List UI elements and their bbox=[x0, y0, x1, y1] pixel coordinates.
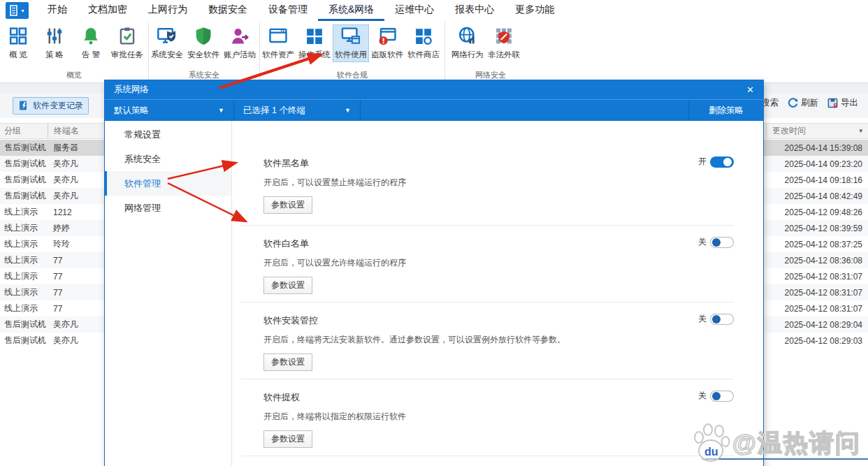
software-usage-icon bbox=[340, 26, 361, 46]
whitelist-toggle[interactable] bbox=[710, 237, 734, 248]
section-software-blacklist: 软件黑名单 开启后，可以设置禁止终端运行的程序 参数设置 开 bbox=[241, 145, 734, 226]
refresh-button[interactable]: 刷新 bbox=[788, 97, 818, 109]
ribbon-group-label: 概览 bbox=[0, 70, 148, 80]
section-piracy-detection: 盗版检测 开启后，可以检测终端的盗版软件及盗版Windows系统信息 关 bbox=[241, 456, 734, 466]
toggle-state-label: 开 bbox=[698, 156, 707, 168]
ribbon-group-system-security: 系统安全 安全软件 账户活动 系统安全 bbox=[149, 21, 260, 82]
section-title: 软件黑名单 bbox=[263, 157, 734, 170]
overview-grid-icon bbox=[8, 26, 29, 46]
chevron-down-icon: ▼ bbox=[218, 107, 224, 114]
tab-web-behavior[interactable]: 上网行为 bbox=[138, 0, 198, 21]
ribbon-item-alerts[interactable]: 告 警 bbox=[73, 24, 109, 62]
chevron-down-icon: ▼ bbox=[345, 107, 351, 114]
dialog-title: 系统网络 bbox=[114, 84, 149, 96]
refresh-icon bbox=[788, 98, 798, 108]
tab-device-management[interactable]: 设备管理 bbox=[258, 0, 318, 21]
system-network-dialog: 系统网络 ✕ 默认策略▼ 已选择 1 个终端▼ 删除策略 常规设置 系统安全 软… bbox=[105, 80, 763, 466]
section-title: 软件提权 bbox=[263, 391, 734, 404]
column-header-modified-time[interactable]: 更改时间▾ bbox=[766, 124, 868, 138]
tab-data-security[interactable]: 数据安全 bbox=[198, 0, 258, 21]
ribbon-group-label: 软件合规 bbox=[260, 70, 444, 80]
param-settings-button[interactable]: 参数设置 bbox=[263, 196, 312, 214]
globe-chart-icon bbox=[457, 26, 478, 46]
pirated-software-icon bbox=[377, 26, 398, 46]
ribbon-tab-bar: ▾ 开始 文档加密 上网行为 数据安全 设备管理 系统&网络 运维中心 报表中心… bbox=[0, 0, 868, 22]
ribbon-toolbar: 概 览 策 略 告 警 审批任务 概览 bbox=[0, 21, 868, 83]
ribbon-item-security-software[interactable]: 安全软件 bbox=[185, 24, 222, 62]
section-description: 开启后，可以设置允许终端运行的程序 bbox=[263, 257, 734, 269]
dialog-title-bar[interactable]: 系统网络 ✕ bbox=[105, 80, 763, 99]
tab-more-functions[interactable]: 更多功能 bbox=[505, 0, 565, 21]
app-menu-button[interactable]: ▾ bbox=[6, 2, 29, 19]
section-software-whitelist: 软件白名单 开启后，可以设置允许终端运行的程序 参数设置 关 bbox=[241, 226, 734, 303]
monitor-shield-icon bbox=[157, 26, 178, 46]
table-tools: 搜索 刷新 导出 bbox=[748, 97, 858, 109]
dialog-content: 软件黑名单 开启后，可以设置禁止终端运行的程序 参数设置 开 软件白名单 开启后… bbox=[232, 121, 763, 466]
window-bottom-edge bbox=[702, 458, 868, 460]
section-title: 软件白名单 bbox=[263, 238, 734, 250]
param-settings-button[interactable]: 参数设置 bbox=[263, 354, 312, 371]
dialog-sidebar: 常规设置 系统安全 软件管理 网络管理 bbox=[105, 121, 232, 466]
section-description: 开启后，终端将以指定的权限运行软件 bbox=[263, 411, 734, 423]
dialog-toolbar: 默认策略▼ 已选择 1 个终端▼ 删除策略 bbox=[105, 99, 763, 121]
section-description: 开启后，可以设置禁止终端运行的程序 bbox=[263, 177, 734, 189]
column-header-group[interactable]: 分组 bbox=[0, 125, 48, 137]
toggle-state-label: 关 bbox=[698, 390, 707, 402]
ribbon-item-pirated-software[interactable]: 盗版软件 bbox=[369, 24, 405, 62]
software-store-icon bbox=[413, 26, 434, 46]
section-install-control: 软件安装管控 开启后，终端将无法安装新软件。通过参数设置，可以设置例外放行软件等… bbox=[241, 303, 734, 379]
policy-dropdown[interactable]: 默认策略▼ bbox=[105, 100, 234, 121]
green-shield-icon bbox=[193, 26, 214, 46]
ribbon-group-software-compliance: 软件资产 操作系统 软件使用 盗版软件 软件商店 bbox=[260, 21, 445, 82]
delete-policy-button[interactable]: 删除策略 bbox=[688, 100, 763, 121]
column-header-terminal[interactable]: 终端名 bbox=[48, 124, 108, 138]
install-control-toggle[interactable] bbox=[710, 314, 734, 325]
ribbon-item-network-behavior[interactable]: 网络行为 bbox=[449, 24, 486, 62]
nav-item-system-security[interactable]: 系统安全 bbox=[105, 147, 231, 171]
ribbon-group-overview: 概 览 策 略 告 警 审批任务 概览 bbox=[0, 21, 149, 82]
os-squares-icon bbox=[304, 26, 325, 46]
ribbon-item-system-security[interactable]: 系统安全 bbox=[149, 24, 185, 62]
section-title: 软件安装管控 bbox=[263, 314, 734, 327]
nav-item-network-management[interactable]: 网络管理 bbox=[105, 196, 231, 220]
app-menu-caret-icon: ▾ bbox=[21, 8, 24, 14]
param-settings-button[interactable]: 参数设置 bbox=[263, 277, 312, 294]
nav-item-general-settings[interactable]: 常规设置 bbox=[105, 122, 231, 147]
policy-sliders-icon bbox=[44, 26, 65, 46]
change-log-icon bbox=[18, 100, 29, 111]
ribbon-item-software-asset[interactable]: 软件资产 bbox=[260, 24, 296, 62]
ribbon-item-operating-system[interactable]: 操作系统 bbox=[296, 24, 333, 62]
approval-clipboard-icon bbox=[117, 26, 138, 46]
export-button[interactable]: 导出 bbox=[827, 97, 858, 109]
ribbon-group-network-security: 网络行为 非法外联 网络安全 bbox=[445, 21, 536, 82]
ribbon-item-software-usage[interactable]: 软件使用 bbox=[333, 24, 369, 62]
software-change-log-button[interactable]: 软件变更记录 bbox=[13, 97, 89, 115]
tab-doc-encryption[interactable]: 文档加密 bbox=[78, 0, 138, 21]
ribbon-item-account-activity[interactable]: 账户活动 bbox=[222, 24, 258, 62]
ribbon-item-software-store[interactable]: 软件商店 bbox=[405, 24, 442, 62]
window-icon bbox=[268, 26, 289, 46]
tab-system-network[interactable]: 系统&网络 bbox=[318, 0, 384, 21]
illegal-connection-icon bbox=[493, 26, 514, 46]
blacklist-toggle[interactable] bbox=[710, 156, 734, 168]
close-icon[interactable]: ✕ bbox=[746, 85, 754, 95]
section-description: 开启后，终端将无法安装新软件。通过参数设置，可以设置例外放行软件等参数。 bbox=[263, 334, 734, 346]
privilege-toggle[interactable] bbox=[710, 391, 734, 402]
ribbon-item-overview[interactable]: 概 览 bbox=[0, 24, 36, 62]
terminal-selection-dropdown[interactable]: 已选择 1 个终端▼ bbox=[234, 100, 361, 121]
sort-caret-icon[interactable]: ▾ bbox=[859, 127, 862, 134]
ribbon-item-illegal-connection[interactable]: 非法外联 bbox=[486, 24, 522, 62]
tab-report-center[interactable]: 报表中心 bbox=[444, 0, 505, 21]
tab-ops-center[interactable]: 运维中心 bbox=[384, 0, 444, 21]
nav-item-software-management[interactable]: 软件管理 bbox=[105, 171, 231, 196]
tab-start[interactable]: 开始 bbox=[37, 0, 78, 21]
ribbon-group-label: 网络安全 bbox=[445, 70, 536, 80]
export-save-icon bbox=[827, 98, 838, 108]
app-logo-icon bbox=[10, 5, 20, 16]
ribbon-item-approval-tasks[interactable]: 审批任务 bbox=[109, 24, 145, 62]
section-software-privilege: 软件提权 开启后，终端将以指定的权限运行软件 参数设置 关 bbox=[241, 379, 734, 456]
account-activity-icon bbox=[229, 26, 250, 46]
ribbon-item-policy[interactable]: 策 略 bbox=[36, 24, 73, 62]
param-settings-button[interactable]: 参数设置 bbox=[263, 430, 312, 448]
toggle-state-label: 关 bbox=[698, 313, 707, 325]
